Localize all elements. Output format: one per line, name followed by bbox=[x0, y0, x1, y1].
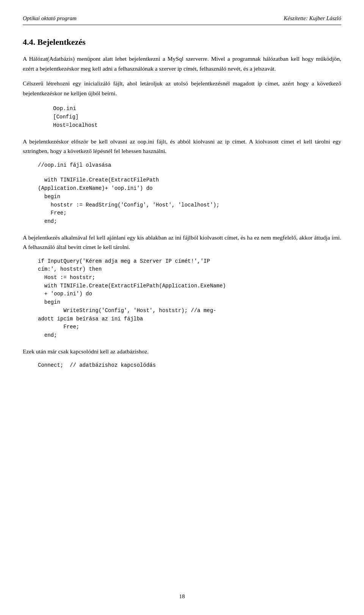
paragraph-5: Ezek után már csak kapcsolódni kell az a… bbox=[23, 347, 341, 356]
page-header: Optikai oktató program Készítette: Kujbe… bbox=[23, 15, 341, 25]
code-connect: Connect; // adatbázishoz kapcsolódás bbox=[38, 361, 341, 370]
code-block-config: [Config] Host=localhost bbox=[53, 113, 341, 129]
header-right: Készítette: Kujber László bbox=[284, 15, 341, 22]
paragraph-3: A bejelentkezéskor először be kell olvas… bbox=[23, 137, 341, 156]
paragraph-2: Célszerű létrehozni egy inicializáló fáj… bbox=[23, 79, 341, 98]
section-number: 4.4. bbox=[23, 37, 35, 47]
code-block-read: with TINIFile.Create(ExtractFilePath (Ap… bbox=[38, 176, 341, 226]
header-left: Optikai oktató program bbox=[23, 15, 77, 22]
page-number: 18 bbox=[179, 593, 185, 599]
paragraph-4: A bejelentkezés alkalmával fel kell aján… bbox=[23, 233, 341, 252]
code-comment: //oop.ini fájl olvasása bbox=[38, 161, 341, 170]
paragraph-1: A Hálózat(Adatbázis) menüpont alatt lehe… bbox=[23, 54, 341, 73]
code-filename: Oop.ini bbox=[53, 106, 341, 112]
code-block-query: if InputQuery('Kérem adja meg a Szerver … bbox=[38, 257, 341, 340]
page-footer: 18 bbox=[0, 593, 364, 600]
section-title: 4.4. Bejelentkezés bbox=[23, 37, 341, 47]
section-name: Bejelentkezés bbox=[38, 37, 86, 47]
